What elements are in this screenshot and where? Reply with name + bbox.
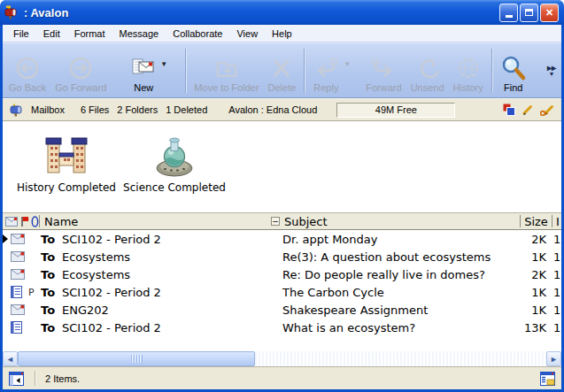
toolbar-separator — [185, 49, 186, 93]
maximize-button[interactable] — [520, 4, 538, 22]
forward-circle-arrow-icon — [68, 54, 93, 82]
folder-science-completed[interactable]: Science Completed — [120, 132, 229, 194]
message-type-icon[interactable] — [5, 217, 19, 227]
move-to-folder-button[interactable]: Move to Folder — [189, 47, 263, 95]
status-bar: 2 Items. — [3, 366, 561, 389]
history-globe-icon — [456, 54, 481, 82]
mail-envelope-icon — [9, 269, 28, 280]
message-row[interactable]: P To SCI102 - Period 2 The Carbon Cycle … — [3, 283, 561, 301]
unsend-curl-arrow-icon — [415, 54, 440, 82]
unsend-button[interactable]: Unsend — [406, 47, 449, 95]
folders-count: 2 Folders — [117, 104, 158, 115]
folder-label: History Completed — [12, 181, 121, 194]
app-mailbox-icon — [4, 5, 19, 19]
go-forward-button[interactable]: Go Forward — [50, 47, 111, 95]
back-circle-arrow-icon — [15, 54, 40, 82]
files-count: 6 Files — [81, 104, 109, 115]
column-header-size[interactable]: Size — [521, 215, 552, 228]
message-row[interactable]: To SCI102 - Period 2 Dr. appt Monday 2K … — [3, 230, 561, 248]
message-list: To SCI102 - Period 2 Dr. appt Monday 2K … — [3, 230, 561, 336]
items-count: 2 Items. — [45, 373, 80, 384]
mailbox-content: History Completed Science — [3, 121, 561, 351]
split-view-icon[interactable] — [540, 372, 555, 386]
scroll-right-button[interactable]: ► — [546, 351, 561, 366]
pencil-icon[interactable] — [522, 104, 534, 116]
h-building-icon — [12, 132, 121, 178]
find-magnifier-icon — [500, 54, 527, 82]
new-dropdown-arrow[interactable]: ▼ — [160, 60, 167, 68]
menu-message[interactable]: Message — [112, 26, 166, 42]
menu-view[interactable]: View — [229, 26, 265, 42]
delete-button[interactable]: Delete — [264, 47, 301, 95]
go-back-button[interactable]: Go Back — [4, 47, 50, 95]
message-row[interactable]: To ENG202 Shakespeare Assignment 1K 1 — [3, 301, 561, 319]
blue-document-icon — [9, 286, 28, 298]
toolbar-separator — [304, 49, 305, 93]
folder-history-completed[interactable]: History Completed — [12, 132, 121, 194]
science-flask-icon — [120, 132, 229, 178]
status-divider — [35, 371, 35, 386]
menu-file[interactable]: File — [6, 26, 36, 42]
horizontal-scrollbar: ◄ ► — [3, 351, 561, 366]
info-bar: Mailbox 6 Files 2 Folders 1 Deleted Aval… — [3, 98, 561, 121]
blue-document-icon — [9, 321, 28, 334]
menu-format[interactable]: Format — [67, 26, 112, 42]
menu-help[interactable]: Help — [265, 26, 299, 42]
pencil-key-icon[interactable] — [540, 104, 554, 116]
reply-dropdown-arrow[interactable]: ▼ — [344, 60, 351, 68]
pane-toggle-icon[interactable] — [9, 372, 24, 386]
menu-bar: File Edit Format Message Collaborate Vie… — [3, 25, 561, 42]
column-header-subject[interactable]: − Subject — [270, 215, 520, 228]
deleted-count: 1 Deleted — [166, 104, 207, 115]
forward-arrow-icon — [370, 54, 397, 82]
scrollbar-track[interactable] — [18, 351, 546, 366]
close-button[interactable]: ✕ — [540, 4, 559, 22]
reply-arrow-icon — [313, 54, 339, 82]
account-name: Avalon : Edna Cloud — [228, 104, 317, 115]
mail-envelope-icon — [9, 304, 28, 315]
current-item-pointer-icon — [3, 234, 8, 243]
history-button[interactable]: History — [449, 47, 488, 95]
delete-x-icon — [269, 54, 294, 82]
overlapping-squares-icon[interactable] — [503, 104, 515, 116]
message-row[interactable]: To Ecosystems Re(3): A question about ec… — [3, 248, 561, 265]
flag-icon[interactable] — [20, 216, 29, 227]
mailbox-icon — [10, 104, 24, 117]
forward-button[interactable]: Forward — [361, 47, 406, 95]
menu-collaborate[interactable]: Collaborate — [166, 26, 229, 42]
new-button[interactable]: New — [127, 47, 160, 95]
message-row[interactable]: To Ecosystems Re: Do people really live … — [3, 265, 561, 283]
toolbar-overflow-chevron[interactable]: ▸▸▼ — [544, 65, 560, 77]
find-button[interactable]: Find — [496, 47, 531, 95]
column-header-partial[interactable]: I — [552, 215, 560, 228]
list-header: Name − Subject Size I — [3, 212, 561, 230]
toolbar-separator — [491, 49, 492, 93]
message-row[interactable]: To SCI102 - Period 2 What is an ecosyste… — [3, 319, 561, 336]
title-bar: : Avalon ✕ — [0, 0, 564, 25]
collapse-toggle-icon[interactable]: − — [271, 217, 280, 226]
window-title: : Avalon — [24, 6, 498, 19]
free-space-indicator: 49M Free — [336, 103, 455, 118]
folder-label: Science Completed — [120, 181, 229, 194]
reply-button[interactable]: Reply — [308, 47, 344, 95]
attachment-paperclip-icon[interactable] — [31, 216, 39, 227]
column-header-name[interactable]: Name — [40, 215, 270, 228]
mail-envelope-icon — [9, 251, 28, 262]
mail-envelope-icon — [9, 234, 28, 244]
scroll-left-button[interactable]: ◄ — [3, 351, 18, 366]
toolbar: Go Back Go Forward New ▼ — [3, 42, 561, 98]
scrollbar-thumb[interactable] — [18, 351, 255, 366]
new-message-icon — [131, 54, 156, 82]
folder-name: Mailbox — [31, 104, 65, 115]
minimize-button[interactable] — [499, 4, 518, 22]
app-window: : Avalon ✕ File Edit Format Message Coll… — [0, 0, 564, 392]
folder-move-icon — [213, 54, 240, 82]
menu-edit[interactable]: Edit — [36, 26, 67, 42]
